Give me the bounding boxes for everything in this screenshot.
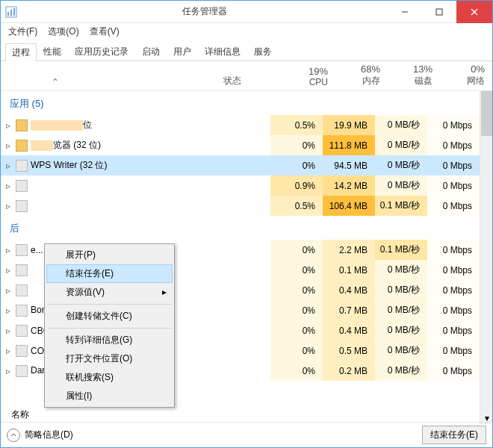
minimize-button[interactable] — [388, 1, 422, 23]
tab-details[interactable]: 详细信息 — [198, 43, 247, 60]
app-icon — [16, 180, 28, 192]
process-row[interactable]: ▹览器 (32 位)0%111.8 MB0 MB/秒0 Mbps — [1, 135, 480, 155]
ctx-expand[interactable]: 展开(P) — [46, 246, 173, 264]
ctx-props[interactable]: 属性(I) — [46, 387, 173, 405]
close-button[interactable] — [456, 1, 492, 23]
app-icon — [16, 345, 28, 357]
cell: 0.5% — [270, 196, 323, 216]
footer: 简略信息(D) 结束任务(E) — [1, 422, 492, 447]
cell: 0 Mbps — [427, 300, 480, 320]
ctx-endtask[interactable]: 结束任务(E) — [46, 264, 173, 283]
window-title: 任务管理器 — [22, 5, 388, 18]
process-name — [16, 180, 270, 192]
cell: 0% — [270, 361, 323, 381]
cell: 0 MB/秒 — [375, 155, 427, 175]
expand-icon[interactable]: ▹ — [1, 245, 16, 255]
process-row[interactable]: ▹位0.5%19.9 MB0 MB/秒0 Mbps — [1, 115, 480, 135]
app-icon — [16, 284, 28, 296]
ctx-resources-label: 资源值(V) — [66, 287, 105, 297]
app-icon — [16, 200, 28, 212]
tab-startup[interactable]: 启动 — [135, 43, 167, 60]
cell: 0% — [270, 320, 323, 340]
menu-view[interactable]: 查看(V) — [85, 24, 124, 40]
tab-users[interactable]: 用户 — [167, 43, 198, 60]
cell: 111.8 MB — [323, 135, 375, 155]
cell: 0.4 MB — [323, 320, 375, 340]
svg-rect-2 — [10, 10, 12, 16]
cell: 0 MB/秒 — [375, 115, 427, 135]
cpu-lbl: CPU — [283, 77, 328, 87]
app-icon — [5, 6, 17, 18]
tab-services[interactable]: 服务 — [247, 43, 279, 60]
col-cpu[interactable]: 19%CPU — [283, 66, 335, 87]
app-icon — [16, 119, 28, 131]
content: ⌃ 名称 状态 19%CPU 68%内存 13%磁盘 0%网络 应用 (5)▹位… — [1, 61, 492, 424]
window: 任务管理器 文件(F) 选项(O) 查看(V) 进程 性能 应用历史记录 启动 … — [0, 0, 493, 448]
disk-pct: 13% — [388, 63, 432, 75]
net-lbl: 网络 — [440, 75, 485, 87]
process-row[interactable]: ▹0.9%14.2 MB0 MB/秒0 Mbps — [1, 175, 480, 196]
expand-icon[interactable]: ▹ — [1, 201, 16, 211]
ctx-dump[interactable]: 创建转储文件(C) — [46, 307, 173, 326]
ctx-search[interactable]: 联机搜索(S) — [46, 368, 173, 387]
process-row[interactable]: ▹0.5%106.4 MB0.1 MB/秒0 Mbps — [1, 196, 480, 216]
expand-icon[interactable]: ▹ — [1, 305, 16, 316]
cell: 0 MB/秒 — [375, 260, 427, 280]
mem-lbl: 内存 — [335, 75, 380, 87]
cell: 0 MB/秒 — [375, 280, 427, 300]
expand-icon[interactable]: ▹ — [1, 161, 16, 171]
expand-icon[interactable]: ▹ — [1, 285, 16, 296]
menu-options[interactable]: 选项(O) — [43, 24, 83, 40]
cell: 0 MB/秒 — [375, 175, 427, 196]
menu-file[interactable]: 文件(F) — [4, 24, 42, 40]
cell: 0% — [270, 240, 323, 260]
tab-processes[interactable]: 进程 — [5, 43, 37, 61]
expand-icon[interactable]: ▹ — [1, 366, 16, 376]
process-name-text: e... — [31, 245, 43, 255]
expand-icon[interactable]: ▹ — [1, 120, 16, 131]
titlebar: 任务管理器 — [1, 1, 492, 23]
col-status[interactable]: 状态 — [223, 75, 283, 87]
cell: 0% — [270, 155, 323, 175]
cell: 0 Mbps — [427, 340, 480, 361]
tab-history[interactable]: 应用历史记录 — [68, 43, 135, 60]
cell: 0 Mbps — [427, 260, 480, 280]
vertical-scrollbar[interactable]: ▾ — [480, 91, 492, 424]
cell: 0 Mbps — [427, 135, 480, 155]
column-headers: ⌃ 名称 状态 19%CPU 68%内存 13%磁盘 0%网络 — [1, 61, 492, 91]
col-net[interactable]: 0%网络 — [440, 63, 492, 87]
ctx-separator — [48, 328, 171, 329]
expand-icon[interactable]: ▹ — [1, 326, 16, 336]
scrollbar-thumb[interactable] — [481, 91, 492, 136]
cell: 0 MB/秒 — [375, 300, 427, 320]
cell: 0% — [270, 260, 323, 280]
expand-icon[interactable]: ▹ — [1, 181, 16, 191]
cell: 0.5% — [270, 115, 323, 135]
end-task-button[interactable]: 结束任务(E) — [422, 426, 486, 444]
col-mem[interactable]: 68%内存 — [335, 63, 388, 87]
app-icon — [16, 305, 28, 317]
cell: 0.9% — [270, 175, 323, 196]
process-name — [16, 200, 270, 212]
fewer-details-button[interactable]: 简略信息(D) — [7, 429, 73, 442]
process-name-text: 位 — [83, 119, 92, 131]
maximize-button[interactable] — [422, 1, 456, 23]
process-row[interactable]: ▹WPS Writer (32 位)0%94.5 MB0 MB/秒0 Mbps — [1, 155, 480, 175]
expand-icon[interactable]: ▹ — [1, 265, 16, 276]
expand-icon[interactable]: ▹ — [1, 140, 16, 151]
ctx-details[interactable]: 转到详细信息(G) — [46, 331, 173, 349]
col-disk[interactable]: 13%磁盘 — [388, 63, 440, 87]
window-buttons — [388, 1, 492, 23]
svg-rect-3 — [13, 8, 15, 16]
mem-pct: 68% — [335, 63, 380, 75]
ctx-resources[interactable]: 资源值(V)▸ — [46, 283, 173, 302]
submenu-arrow-icon: ▸ — [162, 287, 167, 297]
tab-performance[interactable]: 性能 — [37, 43, 68, 60]
sort-indicator-icon: ⌃ — [52, 77, 59, 87]
ctx-openloc[interactable]: 打开文件位置(O) — [46, 349, 173, 368]
net-pct: 0% — [440, 63, 485, 75]
col-name[interactable]: ⌃ 名称 — [1, 77, 223, 87]
redacted-text — [31, 140, 53, 151]
expand-icon[interactable]: ▹ — [1, 346, 16, 356]
cell: 0 Mbps — [427, 240, 480, 260]
